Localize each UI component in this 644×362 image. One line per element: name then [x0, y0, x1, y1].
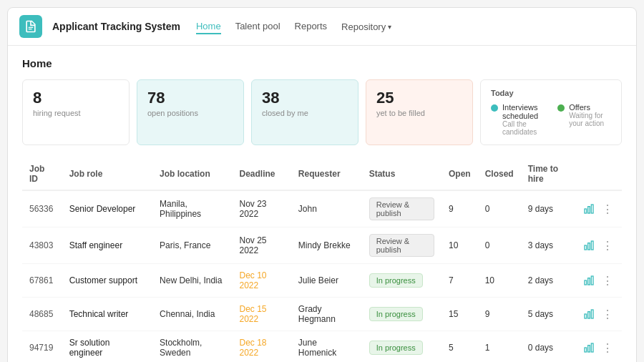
cell-time: 9 days: [521, 190, 575, 228]
stat-label-closed: closed by me: [262, 109, 348, 117]
svg-rect-5: [585, 245, 587, 250]
cell-closed: 0: [478, 190, 521, 228]
cell-role: Staff engineer: [62, 228, 152, 264]
stat-card-yet: 25 yet to be filled: [366, 79, 473, 145]
cell-time: 5 days: [521, 298, 575, 331]
col-header-jobid: Job ID: [22, 158, 62, 190]
today-item-interviews: Interviews scheduled Call the candidates: [491, 103, 546, 136]
cell-open: 7: [441, 264, 478, 298]
table-row: 43803 Staff engineer Paris, France Nov 2…: [22, 228, 622, 264]
svg-rect-3: [588, 207, 590, 213]
cell-status: Review & publish: [362, 228, 441, 264]
cell-requester: June Homenick: [291, 331, 362, 363]
stats-row: 8 hiring request 78 open positions 38 cl…: [22, 79, 622, 145]
nav-talent-pool[interactable]: Talent pool: [235, 19, 280, 34]
main-content: Home 8 hiring request 78 open positions …: [8, 46, 636, 362]
cell-deadline: Nov 25 2022: [232, 228, 291, 264]
cell-jobid: 94719: [22, 331, 62, 363]
cell-closed: 1: [478, 331, 521, 363]
svg-rect-14: [585, 348, 587, 352]
cell-open: 10: [441, 228, 478, 264]
chart-icon-button[interactable]: [582, 307, 596, 321]
col-header-deadline: Deadline: [232, 158, 291, 190]
svg-rect-10: [591, 276, 593, 285]
cell-role: Sr solution engineer: [62, 331, 152, 363]
cell-requester: Mindy Brekke: [291, 228, 362, 264]
svg-rect-4: [591, 205, 593, 213]
app-container: Applicant Tracking System Home Talent po…: [7, 7, 637, 362]
more-options-button[interactable]: ⋮: [600, 238, 615, 254]
nav-home[interactable]: Home: [196, 19, 221, 34]
svg-rect-2: [585, 209, 587, 213]
more-options-button[interactable]: ⋮: [600, 273, 615, 289]
app-icon: [19, 15, 42, 38]
nav-repository[interactable]: Repository ▾: [341, 19, 391, 34]
today-offers-sub: Waiting for your action: [569, 112, 611, 127]
cell-actions: ⋮: [575, 264, 622, 298]
cell-location: Manila, Philippines: [152, 190, 232, 228]
blue-dot-icon: [491, 104, 498, 112]
cell-role: Technical writer: [62, 298, 152, 331]
today-item-offers: Offers Waiting for your action: [557, 103, 611, 136]
svg-rect-1: [29, 29, 32, 29]
col-header-open: Open: [441, 158, 478, 190]
cell-status: In progress: [362, 264, 441, 298]
svg-rect-13: [591, 310, 593, 318]
svg-rect-9: [588, 278, 590, 285]
today-items: Interviews scheduled Call the candidates…: [491, 103, 611, 136]
cell-status: Review & publish: [362, 190, 441, 228]
chart-icon-button[interactable]: [582, 202, 596, 216]
table-row: 56336 Senior Developer Manila, Philippin…: [22, 190, 622, 228]
table-header-row: Job ID Job role Job location Deadline Re…: [22, 158, 622, 190]
svg-rect-7: [591, 241, 593, 250]
more-options-button[interactable]: ⋮: [600, 201, 615, 217]
cell-jobid: 56336: [22, 190, 62, 228]
cell-open: 15: [441, 298, 478, 331]
cell-deadline: Dec 18 2022: [232, 331, 291, 363]
cell-requester: Grady Hegmann: [291, 298, 362, 331]
svg-rect-8: [585, 280, 587, 285]
cell-time: 0 days: [521, 331, 575, 363]
col-header-status: Status: [362, 158, 441, 190]
today-card: Today Interviews scheduled Call the cand…: [480, 79, 622, 145]
header: Applicant Tracking System Home Talent po…: [8, 8, 636, 46]
chart-icon-button[interactable]: [582, 238, 596, 253]
today-interviews-sub: Call the candidates: [502, 120, 546, 136]
svg-rect-16: [591, 343, 593, 352]
app-logo-icon: [24, 19, 38, 34]
page-title: Home: [22, 57, 622, 69]
more-options-button[interactable]: ⋮: [600, 340, 615, 356]
more-options-button[interactable]: ⋮: [600, 306, 615, 323]
cell-role: Senior Developer: [62, 190, 152, 228]
cell-requester: Julie Beier: [291, 264, 362, 298]
jobs-table: Job ID Job role Job location Deadline Re…: [22, 158, 622, 362]
svg-rect-15: [588, 346, 590, 352]
cell-open: 9: [441, 190, 478, 228]
stat-number-hiring: 8: [33, 89, 119, 107]
main-nav: Home Talent pool Reports Repository ▾: [196, 19, 391, 34]
col-header-role: Job role: [62, 158, 152, 190]
col-header-requester: Requester: [291, 158, 362, 190]
stat-number-yet: 25: [376, 89, 462, 107]
stat-label-open: open positions: [147, 109, 233, 117]
table-row: 67861 Customer support New Delhi, India …: [22, 264, 622, 298]
stat-label-hiring: hiring request: [33, 109, 119, 117]
table-row: 48685 Technical writer Chennai, India De…: [22, 298, 622, 331]
cell-closed: 10: [478, 264, 521, 298]
cell-deadline: Dec 10 2022: [232, 264, 291, 298]
cell-actions: ⋮: [575, 331, 622, 363]
nav-reports[interactable]: Reports: [295, 19, 328, 34]
cell-deadline: Nov 23 2022: [232, 190, 291, 228]
svg-rect-6: [588, 243, 590, 250]
cell-deadline: Dec 15 2022: [232, 298, 291, 331]
col-header-closed: Closed: [478, 158, 521, 190]
today-offers-label: Offers: [569, 103, 611, 112]
chart-icon-button[interactable]: [582, 341, 596, 355]
cell-jobid: 48685: [22, 298, 62, 331]
col-header-time: Time to hire: [521, 158, 575, 190]
chevron-down-icon: ▾: [388, 23, 391, 31]
cell-location: Stockholm, Sweden: [152, 331, 232, 363]
chart-icon-button[interactable]: [582, 273, 596, 288]
cell-actions: ⋮: [575, 298, 622, 331]
stat-card-open: 78 open positions: [137, 79, 244, 145]
